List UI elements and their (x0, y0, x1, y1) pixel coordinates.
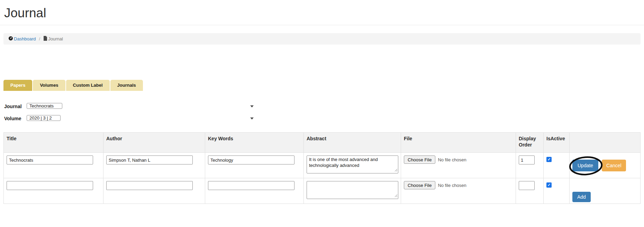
tab-volumes[interactable]: Volumes (33, 80, 65, 91)
author-input[interactable] (106, 155, 193, 164)
breadcrumb-dashboard-label: Dashboard (14, 36, 36, 41)
col-header-keywords: Key Words (205, 133, 304, 153)
abstract-textarea[interactable] (307, 181, 398, 199)
isactive-checkbox[interactable]: ✓ (546, 157, 552, 162)
volume-select-label: Volume (4, 116, 27, 121)
chevron-down-icon (250, 105, 254, 107)
page-title: Journal (4, 6, 644, 21)
add-button[interactable]: Add (572, 192, 591, 202)
keywords-input[interactable] (208, 155, 294, 164)
breadcrumb-dashboard-link[interactable]: Dashboard (8, 36, 36, 42)
display-order-input[interactable] (519, 181, 535, 190)
title-input[interactable] (7, 155, 93, 164)
breadcrumb-current-label: Journal (48, 36, 63, 41)
col-header-actions (570, 133, 641, 153)
title-input[interactable] (7, 181, 93, 190)
col-header-file: File (401, 133, 516, 153)
tab-bar: Papers Volumes Custom Label Journals (3, 80, 644, 91)
tab-papers[interactable]: Papers (3, 80, 32, 91)
col-header-title: Title (4, 133, 103, 153)
title-divider (0, 25, 644, 25)
isactive-checkbox[interactable]: ✓ (546, 182, 552, 188)
tab-custom-label[interactable]: Custom Label (66, 80, 110, 91)
choose-file-button[interactable]: Choose File (404, 155, 435, 164)
breadcrumb: Dashboard / Journal (3, 33, 641, 45)
table-row: It is one of the most advanced and techn… (4, 153, 641, 178)
update-button[interactable]: Update (572, 160, 598, 171)
papers-table: Title Author Key Words Abstract File Dis… (3, 132, 641, 204)
filter-panel: Journal Technocrats Volume 2020 | 3 | 2 (4, 102, 644, 123)
col-header-isactive: IsActive (544, 133, 570, 153)
cancel-button[interactable]: Cancel (602, 160, 626, 171)
col-header-display-order: Display Order (516, 133, 544, 153)
abstract-textarea[interactable]: It is one of the most advanced and techn… (307, 155, 398, 173)
journal-select-label: Journal (4, 104, 27, 109)
dashboard-icon (8, 36, 13, 42)
table-header-row: Title Author Key Words Abstract File Dis… (4, 133, 641, 153)
tab-journals[interactable]: Journals (110, 80, 143, 91)
table-row: Choose File No file chosen ✓ Add (4, 178, 641, 204)
display-order-input[interactable] (519, 155, 535, 164)
keywords-input[interactable] (208, 181, 294, 190)
volume-select[interactable]: 2020 | 3 | 2 (27, 115, 61, 121)
journal-select[interactable]: Technocrats (27, 103, 62, 109)
file-status-text: No file chosen (438, 183, 466, 188)
journal-file-icon (43, 36, 47, 42)
chevron-down-icon (250, 117, 254, 120)
file-status-text: No file chosen (438, 157, 466, 162)
choose-file-button[interactable]: Choose File (404, 181, 435, 189)
author-input[interactable] (106, 181, 193, 190)
col-header-author: Author (103, 133, 205, 153)
breadcrumb-separator: / (39, 36, 40, 41)
breadcrumb-current: Journal (43, 36, 63, 42)
col-header-abstract: Abstract (304, 133, 401, 153)
